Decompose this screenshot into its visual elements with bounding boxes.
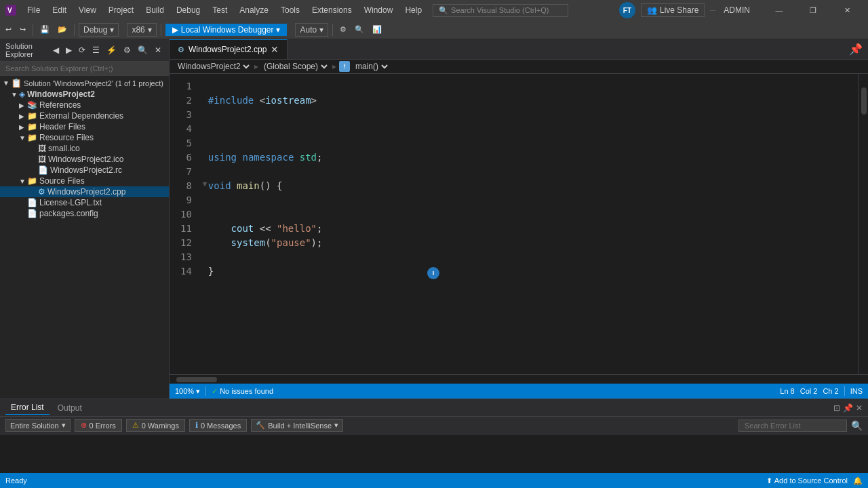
panel-undock-button[interactable]: ⊡ <box>833 403 840 413</box>
se-forward-button[interactable]: ▶ <box>64 45 74 56</box>
messages-badge[interactable]: ℹ 0 Messages <box>189 419 247 432</box>
menu-view[interactable]: View <box>73 3 102 18</box>
menu-tools[interactable]: Tools <box>275 3 305 18</box>
close-button[interactable]: ✕ <box>831 0 863 20</box>
solution-explorer-search[interactable] <box>0 62 169 76</box>
code-line-13 <box>208 250 848 264</box>
messages-label: 0 Messages <box>201 422 241 430</box>
config-dropdown[interactable]: Debug ▾ <box>79 23 119 37</box>
user-avatar[interactable]: FT <box>619 2 635 18</box>
tree-resource-files[interactable]: ▼ 📁 Resource Files <box>0 132 169 143</box>
breadcrumb-scope[interactable]: (Global Scope) <box>261 61 330 72</box>
undo-button[interactable]: ↩ <box>3 24 14 35</box>
tree-small-ico[interactable]: ▶ 🖼 small.ico <box>0 143 169 154</box>
solution-explorer: Solution Explorer ◀ ▶ ⟳ ☰ ⚡ ⚙ 🔍 ✕ ▼ 📋 So… <box>0 39 170 399</box>
minimize-button[interactable]: — <box>764 0 795 20</box>
pin-button[interactable]: 📌 <box>849 43 863 56</box>
redo-button[interactable]: ↪ <box>17 24 28 35</box>
menu-file[interactable]: File <box>22 3 45 18</box>
se-filter-button[interactable]: ⚡ <box>104 45 119 56</box>
build-filter-icon: 🔨 <box>256 421 265 430</box>
license-label: License-LGPL.txt <box>39 198 102 207</box>
zoom-control[interactable]: 100% ▾ <box>175 387 200 396</box>
se-sync-button[interactable]: ⟳ <box>77 45 87 56</box>
tree-solution[interactable]: ▼ 📋 Solution 'WindowsProject2' (1 of 1 p… <box>0 77 169 89</box>
tree-packages[interactable]: ▶ 📄 packages.config <box>0 208 169 219</box>
menu-help[interactable]: Help <box>399 3 427 18</box>
menu-extensions[interactable]: Extensions <box>307 3 357 18</box>
source-control-icon: ⬆ <box>766 476 772 485</box>
se-new-button[interactable]: ☰ <box>90 45 102 56</box>
search-box[interactable]: 🔍 Search Visual Studio (Ctrl+Q) <box>433 4 568 17</box>
vertical-scrollbar[interactable] <box>859 74 868 374</box>
tree-wp-ico[interactable]: ▶ 🖼 WindowsProject2.ico <box>0 154 169 165</box>
open-button[interactable]: 📂 <box>55 24 70 35</box>
panel-autohide-button[interactable]: 📌 <box>843 403 853 413</box>
source-files-icon: 📁 <box>27 176 37 186</box>
horizontal-scrollbar[interactable] <box>170 374 868 384</box>
menu-analyze[interactable]: Analyze <box>234 3 274 18</box>
panel-close-button[interactable]: ✕ <box>856 403 863 413</box>
error-list-tab[interactable]: Error List <box>5 401 50 415</box>
h-scrollbar-thumb[interactable] <box>176 377 217 382</box>
filter-label: Entire Solution <box>10 422 59 430</box>
tree-header-files[interactable]: ▶ 📁 Header Files <box>0 121 169 132</box>
warnings-badge[interactable]: ⚠ 0 Warnings <box>126 419 185 432</box>
filter-dropdown[interactable]: Entire Solution ▾ <box>5 419 71 432</box>
menu-project[interactable]: Project <box>103 3 139 18</box>
live-share-button[interactable]: 👥 Live Share <box>641 3 705 17</box>
errors-badge[interactable]: ⊗ 0 Errors <box>75 419 122 432</box>
search-input[interactable] <box>5 64 163 73</box>
tree-wp-cpp[interactable]: ▶ ⚙ WindowsProject2.cpp <box>0 186 169 197</box>
menu-test[interactable]: Test <box>207 3 233 18</box>
search-icon: 🔍 <box>439 6 448 15</box>
scrollbar-thumb[interactable] <box>861 87 867 115</box>
editor-area: ⚙ WindowsProject2.cpp ✕ 📌 WindowsProject… <box>170 39 868 399</box>
breadcrumb-function[interactable]: main() <box>353 61 390 72</box>
se-close-button[interactable]: ✕ <box>153 45 163 56</box>
status-sep-1 <box>205 386 206 396</box>
code-content[interactable]: #include <iostream> using namespace std;… <box>197 74 859 374</box>
toolbar-btn-1[interactable]: ⚙ <box>337 24 349 35</box>
tree-source-files[interactable]: ▼ 📁 Source Files <box>0 176 169 186</box>
ready-status: Ready <box>5 476 27 485</box>
output-tab[interactable]: Output <box>52 401 87 415</box>
menu-build[interactable]: Build <box>140 3 170 18</box>
menu-debug[interactable]: Debug <box>171 3 205 18</box>
tab-close-button[interactable]: ✕ <box>271 44 279 55</box>
tree-ext-deps[interactable]: ▶ 📁 External Dependencies <box>0 110 169 121</box>
active-tab[interactable]: ⚙ WindowsProject2.cpp ✕ <box>170 39 288 59</box>
code-line-8: ▼void main() { <box>208 179 848 193</box>
toolbar-btn-2[interactable]: 🔍 <box>352 24 367 35</box>
solution-icon: 📋 <box>11 78 22 88</box>
run-button[interactable]: ▶ Local Windows Debugger ▾ <box>165 24 288 36</box>
ext-deps-label: External Dependencies <box>39 111 123 121</box>
restore-button[interactable]: ❐ <box>797 0 829 20</box>
source-control-status[interactable]: ⬆ Add to Source Control <box>766 476 848 485</box>
save-button[interactable]: 💾 <box>37 24 52 35</box>
search-placeholder: Search Visual Studio (Ctrl+Q) <box>451 6 549 14</box>
rc-icon: 📄 <box>38 165 48 175</box>
solution-config-dropdown[interactable]: Auto ▾ <box>295 23 328 37</box>
tree-references[interactable]: ▶ 📚 References <box>0 100 169 110</box>
search-icon-el[interactable]: 🔍 <box>851 420 863 431</box>
tree-wp-rc[interactable]: ▶ 📄 WindowsProject2.rc <box>0 165 169 176</box>
se-search-button[interactable]: 🔍 <box>136 45 150 56</box>
menu-window[interactable]: Window <box>359 3 399 18</box>
code-editor[interactable]: 1 2 3 4 5 6 7 8 9 10 11 12 13 14 #includ… <box>170 74 868 374</box>
ch-status: Ch 2 <box>823 387 838 395</box>
breadcrumb-project[interactable]: WindowsProject2 <box>175 61 252 72</box>
warnings-label: 0 Warnings <box>142 422 179 430</box>
message-icon: ℹ <box>195 421 198 430</box>
build-filter-dropdown[interactable]: 🔨 Build + IntelliSense ▾ <box>251 419 343 432</box>
tree-project[interactable]: ▼ ◈ WindowsProject2 <box>0 89 169 100</box>
se-settings-button[interactable]: ⚙ <box>121 45 133 56</box>
tree-license[interactable]: ▶ 📄 License-LGPL.txt <box>0 197 169 208</box>
toolbar-btn-3[interactable]: 📊 <box>370 24 384 35</box>
cursor-dot: I <box>427 267 439 279</box>
error-search-input[interactable] <box>738 420 847 432</box>
menu-edit[interactable]: Edit <box>47 3 72 18</box>
platform-dropdown[interactable]: x86 ▾ <box>127 23 156 37</box>
code-line-2: #include <iostream> <box>208 94 848 108</box>
se-back-button[interactable]: ◀ <box>51 45 61 56</box>
